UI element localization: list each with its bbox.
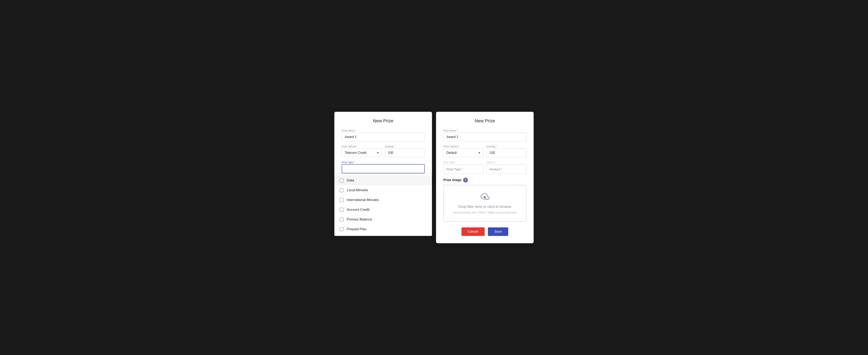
checkbox-account-credit[interactable] <box>339 208 343 212</box>
prize-type-dropdown: Data Local Minutes International Minutes… <box>334 174 432 236</box>
prize-options-quantity-row-1: Prize Options * Telecom Credit ▼ Quantit… <box>342 145 425 161</box>
quantity-label-2: Quantity * <box>487 145 526 148</box>
prize-type-group-1: Prize Type * Data Local Minutes Internat… <box>342 161 425 173</box>
checkbox-local-minutes[interactable] <box>339 188 343 192</box>
dropdown-item-data[interactable]: Data <box>335 175 432 185</box>
modal-title-1: New Prize <box>342 118 425 124</box>
prize-image-label: Prize image <box>443 178 461 182</box>
prize-options-group-1: Prize Options * Telecom Credit ▼ <box>342 145 381 157</box>
prize-name-group-1: Prize Name * <box>342 129 425 141</box>
prize-type-input-2[interactable] <box>443 164 483 174</box>
amount-group: Amount * <box>487 161 526 174</box>
prize-options-label-2: Prize Options * <box>443 145 483 148</box>
prize-name-label-2: Prize Name * <box>443 129 526 132</box>
prize-options-select-wrapper-1: Telecom Credit ▼ <box>342 148 381 157</box>
prize-options-select-wrapper-2: Default ▼ <box>443 148 483 157</box>
quantity-input-2[interactable] <box>487 148 526 157</box>
dropdown-item-local-minutes-label: Local Minutes <box>347 188 368 192</box>
quantity-label-1: Quantity * <box>385 145 425 148</box>
prize-type-amount-row: Prize Type * Amount * <box>443 161 526 178</box>
quantity-input-1[interactable] <box>385 148 425 157</box>
dropdown-item-prepaid-plan[interactable]: Prepaid Plan <box>335 224 432 234</box>
amount-label: Amount * <box>487 161 526 164</box>
modal-actions: Cancel Save <box>443 227 526 236</box>
quantity-group-2: Quantity * <box>487 145 526 157</box>
prize-options-group-2: Prize Options * Default ▼ <box>443 145 483 157</box>
prize-type-group-2: Prize Type * <box>443 161 483 174</box>
modal-new-prize-2: New Prize Prize Name * Prize Options * D… <box>436 112 534 243</box>
quantity-group-1: Quantity * <box>385 145 425 157</box>
drop-zone-text: Drop files here or click to browse <box>448 205 521 209</box>
prize-options-select-1[interactable]: Telecom Credit <box>342 148 381 157</box>
checkbox-data[interactable] <box>339 179 343 183</box>
dropdown-item-account-credit-label: Account Credit <box>347 208 370 212</box>
dropdown-item-international-minutes-label: International Minutes <box>347 198 379 202</box>
dropdown-item-data-label: Data <box>347 179 354 183</box>
dropdown-item-local-minutes[interactable]: Local Minutes <box>335 185 432 195</box>
prize-options-select-2[interactable]: Default <box>443 148 483 157</box>
modal-new-prize-1: New Prize Prize Name * Prize Options * T… <box>334 112 432 184</box>
dropdown-item-account-credit[interactable]: Account Credit <box>335 205 432 215</box>
prize-name-input-1[interactable] <box>342 132 425 141</box>
dropdown-item-international-minutes[interactable]: International Minutes <box>335 195 432 205</box>
prize-name-group-2: Prize Name * <box>443 129 526 141</box>
help-icon[interactable]: ? <box>463 178 468 183</box>
upload-icon <box>448 193 521 203</box>
dropdown-item-primary-balance[interactable]: Primary Balance <box>335 215 432 224</box>
prize-image-section: Prize image ? Drop files here or click t… <box>443 178 526 222</box>
prize-type-input-1[interactable] <box>342 164 425 173</box>
modal-title-2: New Prize <box>443 118 526 124</box>
dropdown-item-prepaid-plan-label: Prepaid Plan <box>347 227 367 231</box>
prize-name-input-2[interactable] <box>443 132 526 141</box>
prize-name-label-1: Prize Name * <box>342 129 425 132</box>
prize-type-label-2: Prize Type * <box>443 161 483 164</box>
dropdown-item-primary-balance-label: Primary Balance <box>347 218 372 222</box>
drop-zone[interactable]: Drop files here or click to browse Recom… <box>443 185 526 222</box>
prize-options-label-1: Prize Options * <box>342 145 381 148</box>
amount-input[interactable] <box>487 164 526 174</box>
prize-options-quantity-row-2: Prize Options * Default ▼ Quantity * <box>443 145 526 161</box>
drop-zone-hint: Recommended size: 320px x 390px (.png fo… <box>448 211 521 214</box>
cancel-button[interactable]: Cancel <box>461 227 485 236</box>
checkbox-primary-balance[interactable] <box>339 218 343 222</box>
prize-type-label-1: Prize Type * <box>342 161 425 164</box>
checkbox-international-minutes[interactable] <box>339 198 343 202</box>
checkbox-prepaid-plan[interactable] <box>339 227 343 231</box>
save-button[interactable]: Save <box>488 227 508 236</box>
prize-image-header: Prize image ? <box>443 178 526 183</box>
